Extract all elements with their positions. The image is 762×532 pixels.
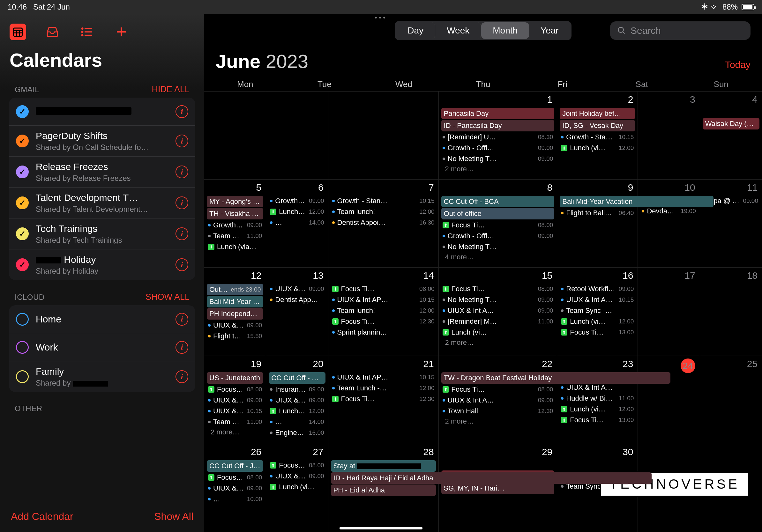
- day-cell[interactable]: 20CC Cut Off - TMR…Insurance So…09.00UIU…: [266, 356, 328, 444]
- event[interactable]: UIUX & Int A…09.00: [269, 284, 325, 294]
- seg-week[interactable]: Week: [435, 22, 481, 39]
- event[interactable]: Growth - Stan…10.15: [560, 132, 635, 142]
- event[interactable]: ID - Pancasila Day: [441, 120, 555, 131]
- event[interactable]: ⬆Focus Ti…13.00: [560, 327, 635, 337]
- info-icon[interactable]: i: [176, 341, 188, 354]
- calendar-check[interactable]: [16, 313, 29, 326]
- add-calendar-button[interactable]: Add Calendar: [11, 511, 73, 522]
- event[interactable]: UIUX & Int AP…09.00: [207, 483, 263, 494]
- event[interactable]: ⬆Lunch (vi…12.00: [560, 316, 635, 327]
- event[interactable]: Team lunch!12.00: [331, 305, 436, 316]
- event[interactable]: ⬆Lunch (vi…12.00: [560, 404, 635, 414]
- event[interactable]: ID - Hari Raya Haji / Eid al Adha: [331, 472, 651, 484]
- event[interactable]: ⬆Lunch (vi…: [269, 482, 325, 492]
- info-icon[interactable]: i: [176, 105, 188, 118]
- add-icon[interactable]: [113, 24, 129, 40]
- info-icon[interactable]: i: [176, 135, 188, 147]
- section-action[interactable]: SHOW ALL: [145, 292, 190, 302]
- event[interactable]: Retool Workfl…09.00: [560, 284, 635, 294]
- more-events[interactable]: 2 more…: [441, 338, 555, 347]
- event[interactable]: Growth - Offli…09.00: [207, 220, 263, 230]
- event[interactable]: No Meeting T…09.00: [441, 295, 555, 305]
- day-cell[interactable]: [328, 92, 439, 179]
- calendar-check[interactable]: [16, 166, 29, 178]
- event[interactable]: Stay at: [331, 460, 436, 472]
- calendar-row[interactable]: HolidayShared by Holidayi: [9, 249, 195, 280]
- event[interactable]: ⬆Lunch (via…: [207, 242, 263, 252]
- event[interactable]: No Meeting T…09.00: [441, 154, 555, 164]
- home-indicator[interactable]: [340, 527, 422, 529]
- event[interactable]: ⬆Focus Ti…12.30: [331, 316, 436, 327]
- seg-month[interactable]: Month: [481, 22, 529, 39]
- event[interactable]: Team lunch!12.00: [331, 207, 436, 217]
- calendar-check[interactable]: [16, 135, 29, 147]
- event[interactable]: Sprint plannin…: [331, 327, 436, 337]
- day-cell[interactable]: 27⬆Focus Ti…08.00UIUX & Int A…09.00⬆Lunc…: [266, 444, 328, 532]
- day-cell[interactable]: 23UIUX & Int A…Huddle w/ Bin…11.00⬆Lunch…: [557, 356, 638, 444]
- event[interactable]: Out of officeends 23.00: [207, 284, 263, 295]
- calendar-check[interactable]: [16, 341, 29, 354]
- seg-day[interactable]: Day: [396, 22, 435, 39]
- event[interactable]: …14.00: [269, 417, 325, 427]
- calendar-check[interactable]: [16, 228, 29, 240]
- event[interactable]: ⬆Lunch (vi…12.00: [560, 143, 635, 153]
- event[interactable]: UIUX & Int A…09.00: [269, 471, 325, 481]
- day-cell[interactable]: 6Growth - Offl…09.00⬆Lunch (vi…12.00…14.…: [266, 179, 328, 268]
- multitask-dots-icon[interactable]: •••: [375, 14, 387, 21]
- event[interactable]: UIUX & Int API…10.15: [207, 406, 263, 416]
- day-cell[interactable]: 21UIUX & Int AP…10.15Team Lunch -…12.00⬆…: [328, 356, 439, 444]
- event[interactable]: UIUX & Int A…09.00: [269, 395, 325, 405]
- day-cell[interactable]: 7Growth - Stan…10.15Team lunch!12.00Dent…: [328, 179, 439, 268]
- day-cell[interactable]: [266, 92, 328, 179]
- seg-year[interactable]: Year: [529, 22, 570, 39]
- event[interactable]: CC Cut Off - TMR…: [269, 372, 325, 384]
- event[interactable]: UIUX & Int AP…10.15: [331, 372, 436, 382]
- event[interactable]: TW - Dragon Boat Festival Holiday: [441, 372, 670, 384]
- event[interactable]: Pancasila Day: [441, 108, 555, 119]
- day-cell[interactable]: 1Pancasila DayID - Pancasila Day[Reminde…: [439, 92, 558, 179]
- calendar-row[interactable]: Worki: [9, 333, 195, 362]
- day-cell[interactable]: [204, 92, 266, 179]
- event[interactable]: Engineering…16.00: [269, 428, 325, 438]
- event[interactable]: UIUX & Int A…09.00: [441, 395, 555, 405]
- day-cell[interactable]: 2Joint Holiday bef…ID, SG - Vesak DayGro…: [557, 92, 638, 179]
- event[interactable]: ⬆Focus Tim…08.00: [207, 384, 263, 395]
- calendar-grid[interactable]: 1Pancasila DayID - Pancasila Day[Reminde…: [204, 91, 762, 532]
- day-cell[interactable]: 10Devdan Show19.00: [638, 179, 700, 268]
- event[interactable]: Huddle w/ Bin…11.00: [560, 393, 635, 403]
- event[interactable]: US - Juneteenth: [207, 372, 263, 384]
- info-icon[interactable]: i: [176, 370, 188, 383]
- day-cell[interactable]: 24: [638, 356, 700, 444]
- event[interactable]: TH - Visakha Buc…: [207, 208, 263, 220]
- event[interactable]: ⬆Focus Ti…08.00: [331, 284, 436, 294]
- event[interactable]: ⬆Focus Ti…13.00: [560, 415, 635, 425]
- event[interactable]: Growth - Offl…09.00: [441, 231, 555, 241]
- day-cell[interactable]: 16Retool Workfl…09.00UIUX & Int A…10.15T…: [557, 268, 638, 356]
- event[interactable]: Joint Holiday bef…: [560, 108, 635, 119]
- event[interactable]: PH Independence…: [207, 308, 263, 320]
- event[interactable]: SG, MY, IN - Hari…: [441, 483, 555, 494]
- event[interactable]: ⬆Lunch (vi…: [441, 327, 555, 337]
- event[interactable]: UIUX & Int A…: [560, 382, 635, 393]
- day-cell[interactable]: 29Idul AdhaSG, MY, IN - Hari…: [439, 444, 558, 532]
- info-icon[interactable]: i: [176, 258, 188, 271]
- day-cell[interactable]: 4Waisak Day (Budd…: [700, 92, 762, 179]
- calendar-check[interactable]: [16, 370, 29, 383]
- event[interactable]: Growth - Stan…10.15: [331, 196, 436, 206]
- event[interactable]: Team Meeting11.00: [207, 231, 263, 241]
- event[interactable]: ⬆Focus Tim…08.00: [207, 472, 263, 483]
- event[interactable]: Out of office: [441, 208, 555, 220]
- day-cell[interactable]: 5MY - Agong's Birt…TH - Visakha Buc…Grow…: [204, 179, 266, 268]
- event[interactable]: ⬆Focus Ti…08.00: [441, 220, 555, 230]
- day-cell[interactable]: 9Bali Mid-Year VacationFlight to Bali…06…: [557, 179, 638, 268]
- day-cell[interactable]: 18: [700, 268, 762, 356]
- info-icon[interactable]: i: [176, 228, 188, 240]
- more-events[interactable]: 2 more…: [441, 164, 555, 174]
- event[interactable]: UIUX & Int AP…09.00: [207, 320, 263, 330]
- event[interactable]: ⬆Focus Ti…08.00: [269, 460, 325, 470]
- calendar-row[interactable]: i: [9, 98, 195, 126]
- calendar-row[interactable]: Homei: [9, 305, 195, 333]
- calendar-check[interactable]: [16, 105, 29, 118]
- event[interactable]: PH - Eid al Adha: [331, 485, 436, 496]
- more-events[interactable]: 2 more…: [441, 417, 555, 426]
